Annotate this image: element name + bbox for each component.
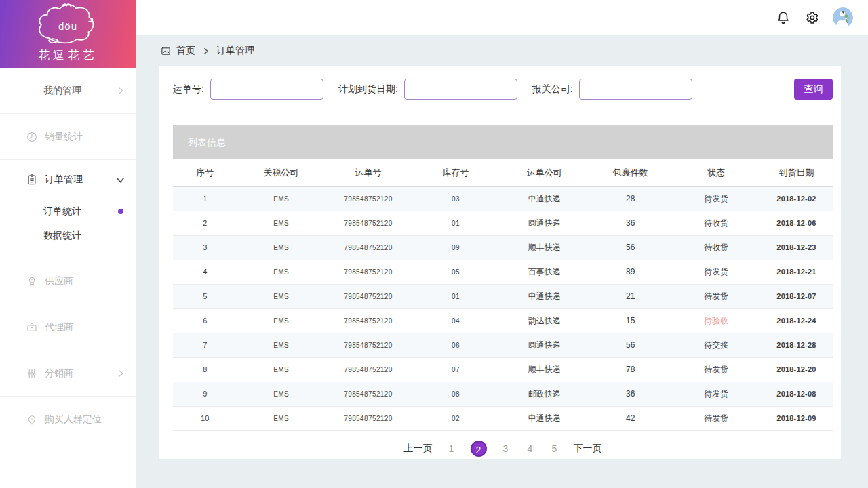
table-cell: 798548752120 — [326, 186, 411, 211]
table-cell: 28 — [589, 186, 673, 211]
table-cell: 中通快递 — [500, 186, 589, 211]
sidebar-item-label: 订单管理 — [45, 174, 83, 186]
waybill-input[interactable] — [210, 79, 323, 100]
page-number-4[interactable]: 4 — [525, 443, 536, 454]
settings-gear-icon[interactable] — [804, 10, 819, 25]
table-cell: 待发货 — [673, 357, 760, 382]
logo-text: döu — [58, 20, 77, 32]
table-cell: 圆通快递 — [500, 333, 589, 357]
table-cell: 07 — [411, 357, 500, 382]
page-number-3[interactable]: 3 — [500, 443, 511, 454]
table-cell: 百事快递 — [500, 260, 589, 284]
location-pin-icon — [26, 413, 38, 426]
table-cell: EMS — [237, 357, 325, 382]
column-header: 运单号 — [326, 159, 411, 186]
table-cell: 4 — [173, 260, 237, 284]
sidebar-item-label: 供应商 — [45, 275, 73, 287]
table-cell: 15 — [589, 308, 673, 333]
sidebar-subitem-data-stats[interactable]: 数据统计 — [0, 224, 136, 248]
table-cell: 中通快递 — [500, 406, 589, 430]
sidebar-item-supplier[interactable]: 供应商 — [0, 258, 136, 304]
table-cell: EMS — [237, 260, 325, 284]
sidebar: döu 花逗花艺 我的管理 销量统计 订单管理 — [0, 0, 136, 488]
order-panel: 运单号: 计划到货日期: 报关公司: 查询 列表信息 序号关税公司运单号库存号运… — [159, 66, 841, 459]
table-cell: 36 — [589, 211, 673, 235]
breadcrumb-home[interactable]: 首页 — [176, 45, 195, 57]
table-row: 9EMS79854875212008邮政快递36待发货2018-12-08 — [173, 382, 833, 406]
page-number-5[interactable]: 5 — [549, 443, 560, 454]
table-row: 10EMS79854875212002中通快递42待发货2018-12-09 — [173, 406, 833, 430]
column-header: 库存号 — [411, 159, 500, 186]
table-cell: 2018-12-02 — [760, 186, 833, 211]
sidebar-item-distributor[interactable]: 分销商 — [0, 350, 136, 396]
table-cell: 36 — [589, 382, 673, 406]
table-cell: 798548752120 — [326, 284, 411, 308]
chevron-right-icon — [117, 369, 125, 378]
table-cell: 01 — [411, 284, 500, 308]
brand-logo: döu 花逗花艺 — [0, 0, 136, 68]
table-cell: 01 — [411, 211, 500, 235]
table-cell: 顺丰快递 — [500, 357, 589, 382]
sidebar-nav: 我的管理 销量统计 订单管理 订单统计 — [0, 68, 136, 442]
table-cell: 2018-12-08 — [760, 382, 833, 406]
sidebar-submenu: 订单统计 数据统计 — [0, 199, 136, 258]
table-cell: 待收货 — [673, 235, 760, 260]
table-row: 1EMS79854875212003中通快递28待发货2018-12-02 — [173, 186, 833, 211]
table-cell: 5 — [173, 284, 237, 308]
table-header: 序号关税公司运单号库存号运单公司包裹件数状态到货日期 — [173, 159, 833, 186]
table-cell: 2018-12-20 — [760, 357, 833, 382]
table-cell: EMS — [237, 406, 325, 430]
sidebar-item-order-management[interactable]: 订单管理 — [0, 160, 136, 199]
prev-page-button[interactable]: 上一页 — [404, 443, 433, 455]
table-cell: 2018-12-24 — [760, 308, 833, 333]
page-number-1[interactable]: 1 — [446, 443, 457, 454]
planned-date-filter-label: 计划到货日期: — [338, 83, 398, 96]
table-cell: 7 — [173, 333, 237, 357]
table-cell: 89 — [589, 260, 673, 284]
table-cell: 21 — [589, 284, 673, 308]
table-cell: 9 — [173, 382, 237, 406]
sidebar-item-my-management[interactable]: 我的管理 — [0, 68, 136, 113]
table-cell: 1 — [173, 186, 237, 211]
table-cell: EMS — [237, 308, 325, 333]
sidebar-subitem-label: 订单统计 — [43, 205, 81, 218]
sidebar-item-agent[interactable]: 代理商 — [0, 304, 136, 350]
column-header: 序号 — [173, 159, 237, 186]
planned-date-input[interactable] — [404, 79, 517, 100]
sidebar-item-buyer-targeting[interactable]: 购买人群定位 — [0, 396, 136, 442]
column-header: 运单公司 — [500, 159, 589, 186]
table-cell: 3 — [173, 235, 237, 260]
customs-company-filter-label: 报关公司: — [532, 83, 573, 96]
table-cell: EMS — [237, 186, 325, 211]
sidebar-subitem-order-stats[interactable]: 订单统计 — [0, 199, 136, 224]
table-cell: 78 — [589, 357, 673, 382]
column-header: 到货日期 — [760, 159, 833, 186]
table-cell: 09 — [411, 235, 500, 260]
table-cell: 798548752120 — [326, 308, 411, 333]
table-row: 8EMS79854875212007顺丰快递78待发货2018-12-20 — [173, 357, 833, 382]
column-header: 包裹件数 — [589, 159, 673, 186]
table-cell: 顺丰快递 — [500, 235, 589, 260]
table-cell: 798548752120 — [326, 211, 411, 235]
clipboard-icon — [26, 174, 38, 186]
table-cell: 8 — [173, 357, 237, 382]
notification-bell-icon[interactable] — [776, 10, 791, 25]
table-cell: 42 — [589, 406, 673, 430]
medal-icon — [26, 275, 38, 287]
customs-company-input[interactable] — [579, 79, 692, 100]
table-cell: 2 — [173, 211, 237, 235]
table-cell: EMS — [237, 235, 325, 260]
column-header: 状态 — [673, 159, 760, 186]
table-cell: 2018-12-23 — [760, 235, 833, 260]
page-number-2[interactable]: 2 — [471, 441, 487, 457]
table-row: 2EMS79854875212001圆通快递36待收货2018-12-06 — [173, 211, 833, 235]
search-button[interactable]: 查询 — [794, 79, 833, 100]
user-avatar[interactable] — [833, 7, 853, 28]
table-row: 3EMS79854875212009顺丰快递56待收货2018-12-23 — [173, 235, 833, 260]
table-cell: 6 — [173, 308, 237, 333]
next-page-button[interactable]: 下一页 — [574, 443, 602, 455]
table-cell: EMS — [237, 284, 325, 308]
sidebar-item-label: 销量统计 — [45, 131, 83, 143]
table-row: 7EMS79854875212006圆通快递56待交接2018-12-28 — [173, 333, 833, 357]
sidebar-item-sales-stats[interactable]: 销量统计 — [0, 114, 136, 159]
